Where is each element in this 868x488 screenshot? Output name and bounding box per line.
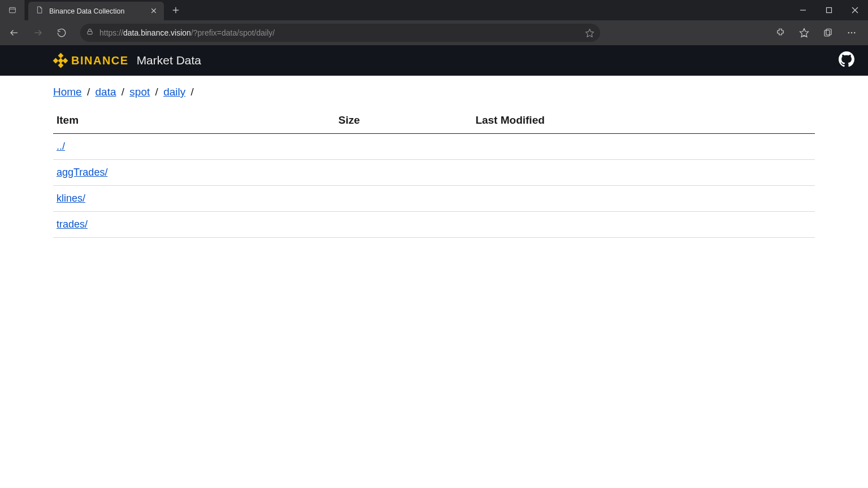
github-link[interactable] <box>839 51 854 69</box>
cell-size <box>335 160 472 186</box>
item-link[interactable]: klines/ <box>57 193 85 204</box>
table-row: trades/ <box>53 212 815 238</box>
back-button[interactable] <box>3 23 25 43</box>
svg-rect-0 <box>9 7 15 12</box>
cell-modified <box>472 160 815 186</box>
svg-rect-12 <box>88 31 92 34</box>
svg-point-19 <box>851 32 852 33</box>
tab-actions-button[interactable] <box>0 0 25 20</box>
listing-table: Item Size Last Modified ../ aggTrades/ k… <box>53 108 815 238</box>
add-favorite-button[interactable] <box>585 28 594 38</box>
github-icon <box>839 51 854 67</box>
close-tab-button[interactable] <box>150 6 157 16</box>
binance-logo-link[interactable]: BINANCE <box>53 53 129 68</box>
window-controls <box>790 0 868 20</box>
breadcrumb-spot[interactable]: spot <box>129 86 150 98</box>
lock-icon <box>86 28 94 38</box>
url-protocol: https <box>99 28 116 37</box>
svg-rect-17 <box>826 29 831 35</box>
svg-rect-7 <box>827 8 832 13</box>
window-maximize-button[interactable] <box>816 0 842 20</box>
cell-modified <box>472 212 815 238</box>
forward-button[interactable] <box>27 23 49 43</box>
page-icon <box>35 6 44 16</box>
page-content: Home / data / spot / daily / Item Size L… <box>0 76 868 238</box>
col-last-modified: Last Modified <box>472 108 815 134</box>
window-close-button[interactable] <box>842 0 868 20</box>
cell-size <box>335 212 472 238</box>
url-text: https://data.binance.vision/?prefix=data… <box>99 28 275 37</box>
item-link[interactable]: aggTrades/ <box>57 167 107 178</box>
more-button[interactable] <box>841 23 862 43</box>
svg-point-18 <box>848 32 849 33</box>
breadcrumb-home[interactable]: Home <box>53 86 82 98</box>
tab-active[interactable]: Binance Data Collection <box>28 2 164 20</box>
url-host: data.binance.vision <box>123 28 191 37</box>
item-link[interactable]: trades/ <box>57 219 88 230</box>
table-row: aggTrades/ <box>53 160 815 186</box>
reload-button[interactable] <box>51 23 72 43</box>
new-tab-button[interactable] <box>166 0 185 20</box>
binance-logo-icon <box>53 53 68 68</box>
item-link-parent[interactable]: ../ <box>57 141 65 152</box>
cell-modified <box>472 186 815 212</box>
breadcrumb: Home / data / spot / daily / <box>53 86 815 98</box>
window-minimize-button[interactable] <box>790 0 816 20</box>
site-header: BINANCE Market Data <box>0 45 868 76</box>
col-size: Size <box>335 108 472 134</box>
breadcrumb-daily[interactable]: daily <box>163 86 185 98</box>
collections-button[interactable] <box>817 23 839 43</box>
cell-modified <box>472 134 815 160</box>
favorites-button[interactable] <box>793 23 815 43</box>
col-item: Item <box>53 108 335 134</box>
table-row: klines/ <box>53 186 815 212</box>
tab-title: Binance Data Collection <box>49 7 145 15</box>
breadcrumb-data[interactable]: data <box>96 86 116 98</box>
brand-word: BINANCE <box>71 54 129 67</box>
page-title: Market Data <box>137 54 201 67</box>
svg-marker-14 <box>800 29 809 37</box>
svg-point-20 <box>854 32 855 33</box>
url-path: /?prefix=data/spot/daily/ <box>191 28 275 37</box>
browser-tabstrip: Binance Data Collection <box>0 0 868 20</box>
svg-rect-16 <box>824 30 830 37</box>
browser-toolbar: https://data.binance.vision/?prefix=data… <box>0 20 868 45</box>
cell-size <box>335 186 472 212</box>
address-bar[interactable]: https://data.binance.vision/?prefix=data… <box>80 24 600 42</box>
cell-size <box>335 134 472 160</box>
svg-marker-13 <box>585 29 593 37</box>
table-header-row: Item Size Last Modified <box>53 108 815 134</box>
extensions-button[interactable] <box>770 23 791 43</box>
table-row: ../ <box>53 134 815 160</box>
